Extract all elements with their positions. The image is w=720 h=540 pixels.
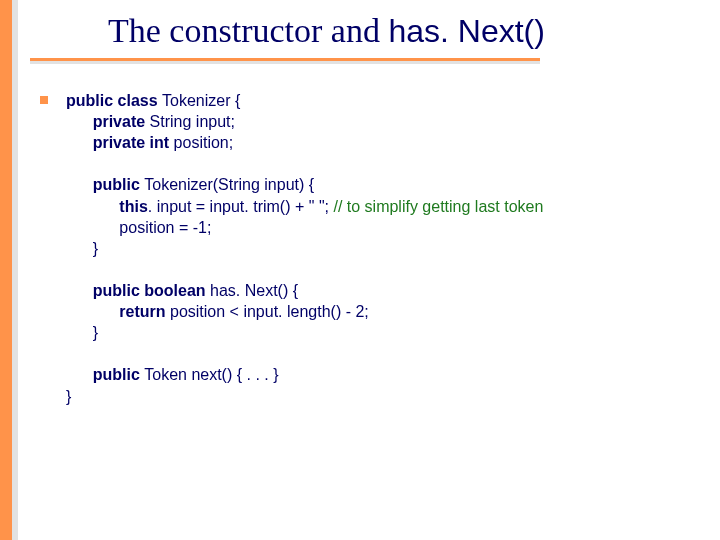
bullet-item: public class Tokenizer { private String … (40, 90, 700, 407)
title-underline (30, 58, 540, 61)
kw: public (93, 176, 145, 193)
kw: public boolean (93, 282, 210, 299)
txt: Tokenizer(String input) { (144, 176, 314, 193)
txt: } (66, 388, 71, 405)
side-accent-bar (0, 0, 12, 540)
kw: this (119, 198, 147, 215)
square-bullet-icon (40, 96, 48, 104)
txt: Token next() { . . . } (144, 366, 278, 383)
slide: The constructor and has. Next() public c… (0, 0, 720, 540)
txt: } (93, 240, 98, 257)
code-block: public class Tokenizer { private String … (66, 90, 700, 407)
kw: public class (66, 92, 162, 109)
txt: } (93, 324, 98, 341)
kw: private (93, 113, 150, 130)
kw: return (119, 303, 170, 320)
txt: String input; (150, 113, 235, 130)
comment: // to simplify getting last token (333, 198, 543, 215)
txt: Tokenizer { (162, 92, 240, 109)
txt: position; (174, 134, 234, 151)
txt: . input = input. trim() + " "; (148, 198, 334, 215)
title-mono: has. Next() (388, 13, 544, 49)
title-text: The constructor and (108, 12, 388, 49)
kw: private int (93, 134, 174, 151)
txt: position = -1; (119, 219, 211, 236)
txt: position < input. length() - 2; (170, 303, 369, 320)
slide-title: The constructor and has. Next() (108, 12, 545, 50)
kw: public (93, 366, 145, 383)
txt: has. Next() { (210, 282, 298, 299)
slide-body: public class Tokenizer { private String … (40, 90, 700, 407)
